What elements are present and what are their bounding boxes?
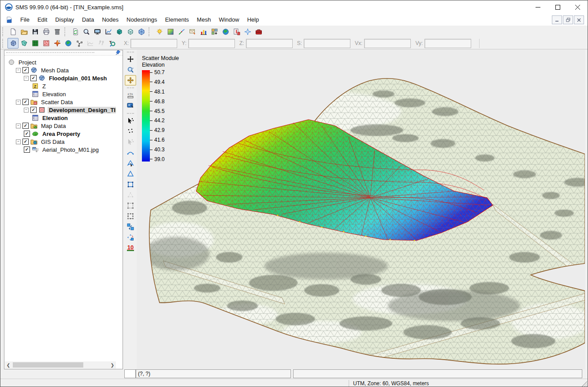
close-button[interactable] [568, 0, 588, 14]
menu-nodestrings[interactable]: Nodestrings [123, 15, 161, 25]
compass-button-icon[interactable]: N [52, 38, 63, 49]
merge-split-tool-icon[interactable] [125, 232, 136, 243]
annotation-button-icon[interactable] [96, 38, 107, 49]
coord-s-field-input[interactable] [304, 39, 350, 48]
coord-vy-field-input[interactable] [424, 39, 471, 48]
tree-item-development-design-tin[interactable]: −✓Development_Design_TIN [6, 106, 123, 114]
scroll-thumb[interactable] [13, 362, 83, 368]
plot-wizard-button-icon[interactable] [103, 26, 114, 37]
gis-module-button-icon[interactable] [63, 38, 74, 49]
display-options-button-icon[interactable] [92, 26, 103, 37]
tree-hscrollbar[interactable]: ❮ ❯ [5, 361, 116, 368]
print-button-icon[interactable] [41, 26, 52, 37]
scatter-module-button-icon[interactable] [19, 38, 30, 49]
view-oblique-button-icon[interactable] [136, 26, 147, 37]
probe-tool-icon[interactable] [125, 101, 136, 111]
plot-button-icon[interactable] [198, 26, 209, 37]
menu-elements[interactable]: Elements [161, 15, 193, 25]
tree-item-label[interactable]: Floodplain_001 Mesh [48, 75, 108, 82]
tree-item-label[interactable]: Project [17, 59, 37, 66]
coord-vx-field-input[interactable] [364, 39, 411, 48]
toolbox-button-icon[interactable] [253, 26, 264, 37]
menu-mesh[interactable]: Mesh [193, 15, 215, 25]
scroll-left-button[interactable]: ❮ [5, 361, 12, 368]
select-node-inactive-tool-icon[interactable] [125, 137, 136, 147]
tree-item-gis-data[interactable]: −✓GIS Data [6, 138, 123, 146]
refresh-button-icon[interactable] [70, 26, 81, 37]
tree-expander-icon[interactable]: − [24, 76, 29, 81]
menu-help[interactable]: Help [243, 15, 263, 25]
menu-file[interactable]: File [16, 15, 33, 25]
tree-item-label[interactable]: Map Data [40, 123, 67, 129]
mesh-module-button-icon[interactable] [7, 38, 19, 49]
coord-z-field-input[interactable] [246, 39, 293, 48]
tree-item-scatter-elevation[interactable]: Elevation [6, 114, 123, 122]
tree-checkbox[interactable]: ✓ [30, 107, 37, 113]
tree-checkbox[interactable]: ✓ [22, 123, 29, 129]
select-mesh-node-tool-icon[interactable] [125, 116, 136, 126]
lighting-button-icon[interactable] [154, 26, 165, 37]
tree-expander-icon[interactable]: − [16, 139, 21, 144]
tree-item-label[interactable]: Z [41, 83, 47, 90]
contour-options-button-icon[interactable] [165, 26, 176, 37]
tree-item-z[interactable]: ZZ [6, 82, 123, 90]
tree-expander-icon[interactable]: − [24, 108, 29, 113]
terrain-scene[interactable] [137, 50, 585, 369]
panel-header[interactable] [4, 50, 123, 56]
profile-button-icon[interactable] [85, 38, 96, 49]
network-button-icon[interactable] [74, 38, 85, 49]
coord-x-field-input[interactable] [130, 39, 177, 48]
zoom-extents-button-icon[interactable] [81, 26, 92, 37]
menu-display[interactable]: Display [51, 15, 78, 25]
notes-button-icon[interactable] [187, 26, 198, 37]
film-loop-button-icon[interactable] [209, 26, 220, 37]
pan-tool-icon[interactable] [125, 54, 136, 64]
mdi-minimize-button[interactable] [552, 15, 562, 24]
maximize-button[interactable] [548, 0, 568, 14]
wizard-button-icon[interactable] [242, 26, 253, 37]
tree-checkbox[interactable]: ✓ [30, 75, 37, 81]
tree-expander-icon[interactable]: − [16, 68, 21, 73]
vector-options-button-icon[interactable] [176, 26, 187, 37]
tree-item-label[interactable]: Scatter Data [40, 99, 74, 105]
new-button-icon[interactable] [7, 26, 19, 37]
split-merge-tool-icon[interactable] [125, 190, 136, 200]
select-region-tool-icon[interactable] [125, 200, 136, 211]
menu-data[interactable]: Data [78, 15, 98, 25]
scroll-right-button[interactable]: ❯ [109, 361, 116, 368]
tree-item-map-data[interactable]: −✓Map Data [6, 122, 123, 130]
graphics-viewport[interactable]: Scatter Module Elevation 50.749.448.146.… [137, 50, 585, 369]
select-nodestring-tool-icon[interactable] [125, 147, 136, 158]
tree-item-label[interactable]: Mesh Data [40, 67, 70, 74]
raster-module-button-icon[interactable] [41, 38, 52, 49]
tree-item-project[interactable]: Project [6, 58, 123, 66]
swap-edge-tool-icon[interactable] [125, 222, 136, 232]
tree-item-aerial-photo[interactable]: ✓Aerial_Photo_M01.jpg [6, 146, 123, 154]
tree-item-label[interactable]: Elevation [41, 91, 67, 98]
tree-item-floodplain-mesh[interactable]: −✓Floodplain_001 Mesh [6, 74, 123, 82]
contour-label-tool-icon[interactable]: 10 [125, 243, 136, 253]
grid-module-button-icon[interactable] [30, 38, 41, 49]
tree-item-label[interactable]: Area Property [41, 131, 82, 137]
view-solid-button-icon[interactable] [114, 26, 125, 37]
zoom-tool-icon[interactable]: + [125, 64, 136, 75]
select-region-nodes-tool-icon[interactable] [125, 211, 136, 222]
tree-item-label[interactable]: Aerial_Photo_M01.jpg [41, 147, 100, 153]
mdi-restore-button[interactable] [563, 15, 573, 24]
tree-item-scatter-data[interactable]: −✓Scatter Data [6, 98, 123, 106]
model-check-button-icon[interactable] [231, 26, 242, 37]
coord-y-field-input[interactable] [188, 39, 235, 48]
view-wireframe-button-icon[interactable] [125, 26, 136, 37]
web-button-icon[interactable] [220, 26, 231, 37]
create-node-tool-icon[interactable] [125, 126, 136, 137]
mdi-close-button[interactable] [574, 15, 584, 24]
delete-button-icon[interactable] [52, 26, 63, 37]
tree-checkbox[interactable]: ✓ [22, 139, 29, 145]
menu-edit[interactable]: Edit [33, 15, 51, 25]
minimize-button[interactable] [528, 0, 548, 14]
tree-checkbox[interactable]: ✓ [24, 131, 30, 137]
menu-window[interactable]: Window [215, 15, 243, 25]
create-triangle-tool-icon[interactable] [125, 169, 136, 179]
tree-item-mesh-data[interactable]: −✓Mesh Data [6, 66, 123, 74]
pin-icon[interactable] [115, 49, 121, 56]
